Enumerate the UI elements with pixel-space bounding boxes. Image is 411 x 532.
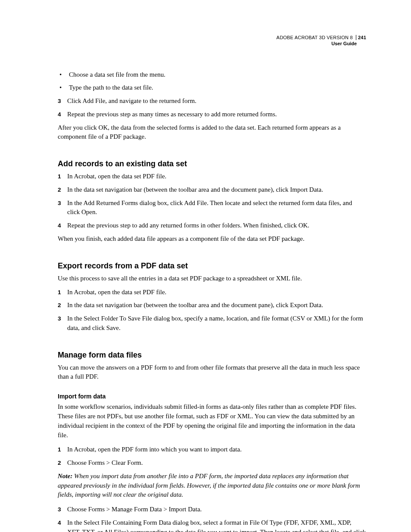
- list-item-text: Type the path to the data set file.: [69, 83, 153, 93]
- note-label: Note:: [58, 473, 72, 479]
- sec3-steps-a: 1 In Acrobat, open the PDF form into whi…: [58, 445, 366, 468]
- list-item-text: Choose a data set file from the menu.: [69, 70, 165, 80]
- step-number: 1: [58, 288, 67, 297]
- step-number: 4: [58, 519, 67, 527]
- step-number: 2: [58, 186, 67, 194]
- list-item: • Type the path to the data set file.: [58, 83, 366, 93]
- step-number: 1: [58, 445, 67, 454]
- step-text: In the Select Folder To Save File dialog…: [67, 314, 366, 333]
- step-text: Click Add File, and navigate to the retu…: [67, 96, 196, 106]
- step-text: In the data set navigation bar (between …: [67, 301, 323, 310]
- step-number: 4: [58, 110, 67, 119]
- sec2-intro-paragraph: Use this process to save all the entries…: [58, 274, 366, 283]
- list-item: 2 In the data set navigation bar (betwee…: [58, 185, 366, 195]
- step-number: 2: [58, 459, 67, 467]
- list-item: 3 Click Add File, and navigate to the re…: [58, 96, 366, 106]
- sec3-intro-paragraph: You can move the answers on a PDF form t…: [58, 363, 366, 382]
- header-product: ADOBE ACROBAT 3D VERSION 8: [277, 35, 353, 40]
- step-text: In the Select File Containing Form Data …: [67, 518, 366, 532]
- list-item: 4 In the Select File Containing Form Dat…: [58, 518, 366, 532]
- list-item: 1 In Acrobat, open the data set PDF file…: [58, 172, 366, 181]
- intro-closing-paragraph: After you click OK, the data from the se…: [58, 123, 366, 142]
- step-number: 1: [58, 172, 67, 181]
- step-number: 3: [58, 199, 67, 208]
- sec1-closing-paragraph: When you finish, each added data file ap…: [58, 234, 366, 244]
- step-number: 3: [58, 505, 67, 514]
- intro-bullet-list: • Choose a data set file from the menu. …: [58, 70, 366, 93]
- list-item: 1 In Acrobat, open the PDF form into whi…: [58, 445, 366, 454]
- list-item: • Choose a data set file from the menu.: [58, 70, 366, 80]
- list-item: 3 In the Select Folder To Save File dial…: [58, 314, 366, 333]
- list-item: 1 In Acrobat, open the data set PDF file…: [58, 288, 366, 297]
- step-text: In Acrobat, open the data set PDF file.: [67, 288, 166, 297]
- list-item: 3 In the Add Returned Forms dialog box, …: [58, 199, 366, 218]
- section-heading-export-records: Export records from a PDF data set: [58, 260, 366, 271]
- step-number: 3: [58, 314, 67, 323]
- step-text: Choose Forms > Clear Form.: [67, 458, 143, 468]
- note-body: When you import data from another file i…: [58, 473, 360, 498]
- list-item: 4 Repeat the previous step to add any re…: [58, 221, 366, 230]
- intro-steps: 3 Click Add File, and navigate to the re…: [58, 96, 366, 119]
- running-header: ADOBE ACROBAT 3D VERSION 8 241 User Guid…: [58, 34, 366, 47]
- step-number: 3: [58, 97, 67, 106]
- section-heading-manage-form-data: Manage form data files: [58, 349, 366, 361]
- section-heading-add-records: Add records to an existing data set: [58, 158, 366, 169]
- step-number: 4: [58, 221, 67, 230]
- sec2-steps: 1 In Acrobat, open the data set PDF file…: [58, 288, 366, 333]
- list-item: 4 Repeat the previous step as many times…: [58, 110, 366, 119]
- note-paragraph: Note: When you import data from another …: [58, 472, 366, 500]
- sec1-steps: 1 In Acrobat, open the data set PDF file…: [58, 172, 366, 230]
- header-page-number: 241: [356, 35, 366, 40]
- step-text: Choose Forms > Manage Form Data > Import…: [67, 505, 202, 514]
- step-text: In the data set navigation bar (between …: [67, 185, 323, 195]
- step-text: Repeat the previous step to add any retu…: [67, 221, 309, 230]
- list-item: 3 Choose Forms > Manage Form Data > Impo…: [58, 505, 366, 514]
- list-item: 2 In the data set navigation bar (betwee…: [58, 301, 366, 310]
- header-doc-title: User Guide: [277, 40, 366, 47]
- step-text: In the Add Returned Forms dialog box, cl…: [67, 199, 366, 218]
- sec3-steps-b: 3 Choose Forms > Manage Form Data > Impo…: [58, 505, 366, 532]
- subsection-heading-import-form-data: Import form data: [58, 392, 366, 401]
- step-text: In Acrobat, open the PDF form into which…: [67, 445, 242, 454]
- sec3-sub-intro-paragraph: In some workflow scenarios, individuals …: [58, 402, 366, 440]
- step-text: Repeat the previous step as many times a…: [67, 110, 277, 119]
- bullet-icon: •: [58, 83, 69, 93]
- list-item: 2 Choose Forms > Clear Form.: [58, 458, 366, 468]
- page: ADOBE ACROBAT 3D VERSION 8 241 User Guid…: [0, 0, 411, 532]
- step-number: 2: [58, 301, 67, 310]
- step-text: In Acrobat, open the data set PDF file.: [67, 172, 166, 181]
- bullet-icon: •: [58, 70, 69, 80]
